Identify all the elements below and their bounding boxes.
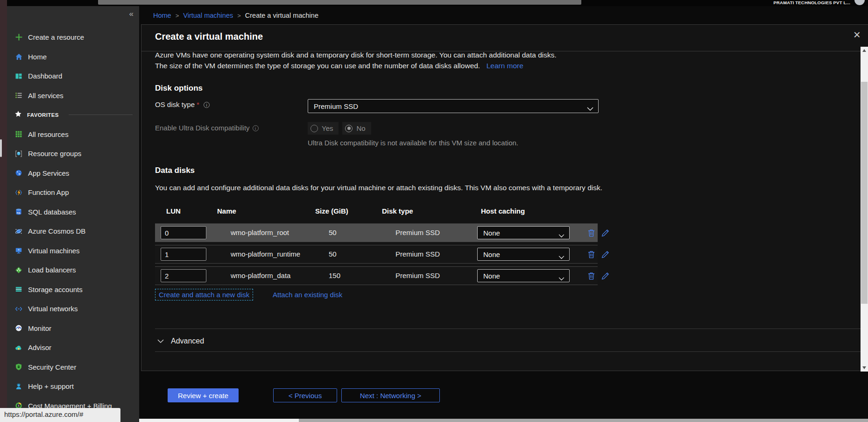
- scroll-up-icon[interactable]: [862, 49, 866, 52]
- sidebar-item-label: SQL databases: [28, 208, 76, 216]
- sidebar-collapse-button[interactable]: «: [129, 9, 134, 19]
- ultra-disk-radio-no[interactable]: No: [342, 122, 371, 135]
- sidebar-menu: Create a resource Home Dashboard All ser…: [7, 28, 139, 415]
- advanced-label: Advanced: [171, 337, 204, 345]
- ultra-disk-radio-yes[interactable]: Yes: [308, 122, 339, 135]
- disk-type: Premium SSD: [395, 250, 440, 258]
- delete-disk-icon[interactable]: [587, 228, 596, 238]
- host-caching-dropdown[interactable]: None: [477, 226, 570, 239]
- virtual-networks-icon: [14, 305, 23, 313]
- delete-disk-icon[interactable]: [587, 250, 596, 260]
- attach-existing-disk-link[interactable]: Attach an existing disk: [273, 291, 342, 299]
- sidebar-item-storage-accounts[interactable]: Storage accounts: [7, 280, 139, 300]
- sidebar-item-label: Virtual machines: [28, 247, 80, 255]
- storage-accounts-icon: [14, 285, 23, 293]
- breadcrumb-home[interactable]: Home: [153, 12, 171, 19]
- scroll-down-icon[interactable]: [862, 366, 866, 369]
- lun-input[interactable]: [161, 269, 206, 282]
- sidebar-item-label: Function App: [28, 188, 69, 196]
- sidebar: « Create a resource Home Dashboard All s…: [7, 6, 139, 422]
- resource-groups-icon: [14, 150, 23, 158]
- sidebar-item-label: Help + support: [28, 382, 74, 390]
- sidebar-item-create-a-resource[interactable]: Create a resource: [7, 28, 139, 47]
- delete-disk-icon[interactable]: [587, 271, 596, 281]
- sidebar-item-label: Azure Cosmos DB: [28, 227, 85, 235]
- lun-input[interactable]: [161, 248, 206, 261]
- tenant-name[interactable]: PRAMATI TECHNOLOGIES PVT L...: [774, 0, 851, 6]
- all-resources-icon: [14, 130, 23, 138]
- main-content: Home > Virtual machines > Create a virtu…: [139, 6, 868, 422]
- sql-databases-icon: SQL: [14, 207, 23, 216]
- create-vm-panel: Create a virtual machine × Azure VMs hav…: [141, 24, 868, 371]
- global-search-bar[interactable]: [98, 0, 581, 5]
- edit-disk-icon[interactable]: [601, 271, 610, 281]
- sidebar-item-all-resources[interactable]: All resources: [7, 125, 139, 144]
- next-networking-button[interactable]: Next : Networking >: [341, 388, 440, 402]
- disk-name: wmo-platform_root: [231, 229, 289, 236]
- edit-disk-icon[interactable]: [601, 250, 610, 260]
- info-icon[interactable]: [253, 125, 259, 131]
- create-attach-new-disk-link[interactable]: Create and attach a new disk: [155, 289, 253, 300]
- table-row: wmo-platform_root 50 Premium SSD None: [155, 223, 598, 242]
- scrollbar-thumb[interactable]: [299, 419, 868, 422]
- host-caching-dropdown[interactable]: None: [477, 269, 570, 282]
- monitor-icon: [14, 324, 23, 332]
- breadcrumb-virtual-machines[interactable]: Virtual machines: [183, 12, 233, 19]
- edit-disk-icon[interactable]: [601, 228, 610, 238]
- sidebar-item-label: Dashboard: [28, 72, 62, 80]
- sidebar-item-dashboard[interactable]: Dashboard: [7, 66, 139, 86]
- sidebar-item-help-support[interactable]: Help + support: [7, 377, 139, 396]
- breadcrumb-current: Create a virtual machine: [245, 12, 318, 19]
- review-create-button[interactable]: Review + create: [168, 388, 239, 402]
- os-disk-type-dropdown[interactable]: Premium SSD: [308, 99, 599, 113]
- sidebar-item-label: App Services: [28, 169, 69, 177]
- scrollbar-thumb[interactable]: [861, 82, 868, 304]
- avatar[interactable]: [854, 0, 865, 5]
- vertical-scrollbar[interactable]: [861, 47, 868, 372]
- sidebar-item-home[interactable]: Home: [7, 47, 139, 67]
- sidebar-item-resource-groups[interactable]: Resource groups: [7, 144, 139, 164]
- plus-icon: [14, 33, 23, 42]
- disk-options-heading: Disk options: [155, 84, 203, 93]
- sidebar-item-azure-cosmos-db[interactable]: Azure Cosmos DB: [7, 222, 139, 241]
- disk-name: wmo-platform_data: [231, 272, 290, 279]
- table-row: wmo-platform_runtime 50 Premium SSD None: [155, 245, 598, 264]
- ultra-disk-label-row: Enable Ultra Disk compatibility: [155, 124, 259, 132]
- column-header-disk-type: Disk type: [382, 207, 413, 215]
- panel-body: Azure VMs have one operating system disk…: [141, 52, 868, 371]
- sidebar-item-virtual-networks[interactable]: Virtual networks: [7, 299, 139, 319]
- chevron-down-icon: [558, 274, 565, 282]
- horizontal-scrollbar[interactable]: [139, 419, 868, 422]
- sidebar-item-advisor[interactable]: Advisor: [7, 338, 139, 358]
- sidebar-item-virtual-machines[interactable]: Virtual machines: [7, 241, 139, 261]
- learn-more-link[interactable]: Learn more: [487, 62, 523, 70]
- lun-input[interactable]: [161, 226, 206, 239]
- sidebar-item-monitor[interactable]: Monitor: [7, 319, 139, 338]
- advanced-section-toggle[interactable]: Advanced: [157, 337, 204, 345]
- disk-type: Premium SSD: [395, 229, 440, 236]
- sidebar-item-sql-databases[interactable]: SQL SQL databases: [7, 202, 139, 222]
- sidebar-item-label: Home: [28, 53, 47, 61]
- panel-header: Create a virtual machine ×: [141, 25, 868, 51]
- sidebar-item-function-app[interactable]: Function App: [7, 183, 139, 202]
- help-support-icon: [14, 382, 23, 391]
- chevron-down-icon: [157, 337, 164, 345]
- sidebar-item-app-services[interactable]: App Services: [7, 164, 139, 183]
- sidebar-item-security-center[interactable]: Security Center: [7, 358, 139, 377]
- scroll-indicator: [0, 139, 2, 157]
- sidebar-item-all-services[interactable]: All services: [7, 86, 139, 106]
- load-balancers-icon: [14, 266, 23, 274]
- chevron-down-icon: [558, 253, 565, 261]
- sidebar-item-label: Virtual networks: [28, 305, 78, 313]
- os-disk-type-label-row: OS disk type*: [155, 100, 210, 108]
- info-icon[interactable]: [204, 102, 210, 108]
- favorites-divider: [69, 114, 133, 115]
- previous-button[interactable]: < Previous: [273, 388, 337, 402]
- radio-selected-icon: [345, 125, 353, 132]
- disk-size: 150: [329, 272, 340, 279]
- host-caching-dropdown[interactable]: None: [477, 248, 570, 261]
- column-header-host-caching: Host caching: [481, 207, 525, 215]
- sidebar-item-load-balancers[interactable]: Load balancers: [7, 260, 139, 280]
- close-icon[interactable]: ×: [854, 28, 861, 42]
- disk-size: 50: [329, 229, 337, 236]
